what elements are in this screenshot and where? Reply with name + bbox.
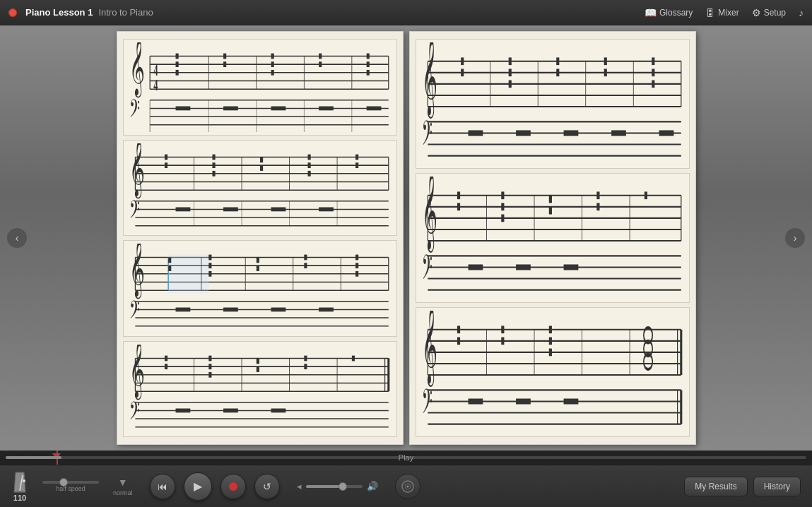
svg-rect-66	[355, 154, 358, 160]
speed-slider-thumb[interactable]	[59, 478, 68, 487]
svg-rect-98	[208, 263, 211, 268]
right-page: 𝄞 𝄢	[409, 31, 696, 445]
glossary-button[interactable]: 📖 Glossary	[645, 7, 693, 18]
progress-fill	[6, 456, 61, 459]
svg-rect-95	[168, 257, 171, 263]
svg-rect-162	[508, 68, 511, 76]
svg-rect-199	[548, 207, 551, 215]
play-position-label: Play	[399, 453, 413, 462]
svg-point-249	[406, 485, 408, 487]
svg-rect-130	[208, 364, 211, 369]
volume-slider[interactable]	[306, 485, 363, 488]
pitch-section: ▼ normal	[113, 477, 133, 496]
mixer-label: Mixer	[718, 8, 739, 18]
svg-rect-60	[212, 170, 215, 176]
svg-rect-167	[604, 68, 606, 76]
app-title: Piano Lesson 1	[25, 7, 93, 18]
history-button[interactable]: History	[753, 477, 801, 496]
svg-text:𝄞: 𝄞	[422, 311, 437, 388]
controls-bar: 110 half speed ▼ normal ⏮ ▶ ↺ ◂ 🔊	[0, 465, 812, 507]
svg-rect-133	[256, 366, 259, 372]
speed-slider[interactable]	[42, 481, 99, 484]
svg-rect-197	[501, 215, 504, 222]
titlebar: Piano Lesson 1 Intro to Piano 📖 Glossary…	[0, 0, 812, 25]
mixer-button[interactable]: 🎛 Mixer	[705, 7, 739, 18]
svg-rect-101	[256, 266, 259, 271]
loop-button[interactable]: ↺	[254, 474, 280, 499]
svg-rect-226	[548, 326, 551, 333]
transport-section: ⏮ ▶ ↺	[150, 472, 280, 501]
svg-text:𝄞: 𝄞	[129, 143, 145, 200]
record-button[interactable]	[220, 474, 246, 499]
svg-rect-18	[223, 54, 226, 59]
svg-rect-61	[260, 157, 263, 162]
svg-rect-24	[319, 61, 322, 67]
volume-section: ◂ 🔊	[297, 481, 378, 491]
progress-bar-container[interactable]: Play	[0, 451, 812, 465]
svg-text:𝄞: 𝄞	[422, 42, 437, 119]
record-dot-icon	[229, 482, 237, 491]
chevron-left-icon: ‹	[16, 232, 19, 244]
svg-rect-168	[652, 57, 654, 65]
svg-rect-26	[366, 61, 369, 67]
svg-rect-194	[457, 203, 459, 210]
svg-rect-22	[271, 70, 273, 76]
svg-rect-59	[212, 162, 215, 168]
music-button[interactable]: ♪	[799, 7, 804, 18]
svg-text:𝄞: 𝄞	[422, 177, 437, 254]
svg-rect-104	[355, 255, 358, 261]
svg-rect-65	[307, 170, 310, 176]
main-content: ‹	[0, 25, 812, 451]
speed-label: half speed	[56, 485, 86, 492]
svg-rect-164	[556, 57, 559, 65]
svg-rect-131	[208, 371, 211, 377]
tempo-value: 110	[13, 494, 26, 502]
svg-rect-96	[168, 266, 171, 271]
svg-rect-227	[548, 337, 551, 345]
svg-rect-163	[508, 80, 511, 88]
play-button[interactable]: ▶	[184, 472, 212, 501]
svg-rect-165	[556, 68, 559, 76]
next-page-button[interactable]: ›	[785, 228, 805, 248]
svg-rect-223	[457, 337, 459, 345]
svg-rect-105	[355, 263, 358, 268]
svg-rect-170	[652, 80, 654, 88]
mixer-icon: 🎛	[705, 7, 715, 18]
svg-rect-160	[461, 68, 464, 76]
gear-icon: ⚙	[752, 7, 761, 18]
svg-text:𝄢: 𝄢	[129, 95, 140, 128]
svg-rect-57	[164, 162, 167, 168]
svg-rect-100	[256, 257, 259, 263]
glossary-label: Glossary	[659, 8, 693, 18]
close-button[interactable]	[8, 8, 17, 17]
svg-rect-23	[319, 54, 322, 59]
svg-text:𝄢: 𝄢	[422, 249, 433, 296]
svg-rect-202	[644, 191, 647, 199]
svg-rect-127	[164, 355, 167, 361]
svg-rect-16	[175, 61, 178, 67]
svg-rect-222	[457, 326, 459, 333]
svg-text:𝄢: 𝄢	[129, 296, 140, 329]
svg-rect-224	[501, 326, 504, 333]
staff-system-4: 𝄞 𝄢	[123, 341, 397, 438]
right-buttons: My Results History	[684, 477, 801, 496]
volume-fill	[306, 485, 340, 488]
svg-point-245	[23, 479, 25, 482]
svg-rect-169	[652, 68, 654, 76]
tempo-section: 110	[11, 471, 28, 502]
svg-rect-134	[304, 355, 307, 361]
setup-button[interactable]: ⚙ Setup	[752, 7, 786, 18]
svg-rect-159	[461, 57, 464, 65]
instrument-icon[interactable]	[395, 474, 420, 499]
svg-rect-62	[260, 165, 263, 171]
rewind-button[interactable]: ⏮	[150, 474, 175, 499]
speed-section: half speed	[42, 481, 99, 492]
my-results-button[interactable]: My Results	[684, 477, 747, 496]
svg-rect-97	[208, 255, 211, 261]
volume-thumb[interactable]	[339, 482, 347, 491]
prev-page-button[interactable]: ‹	[7, 228, 27, 248]
svg-text:4: 4	[153, 76, 158, 94]
svg-rect-166	[604, 57, 606, 65]
pitch-label: normal	[113, 489, 133, 496]
svg-rect-25	[366, 54, 369, 59]
